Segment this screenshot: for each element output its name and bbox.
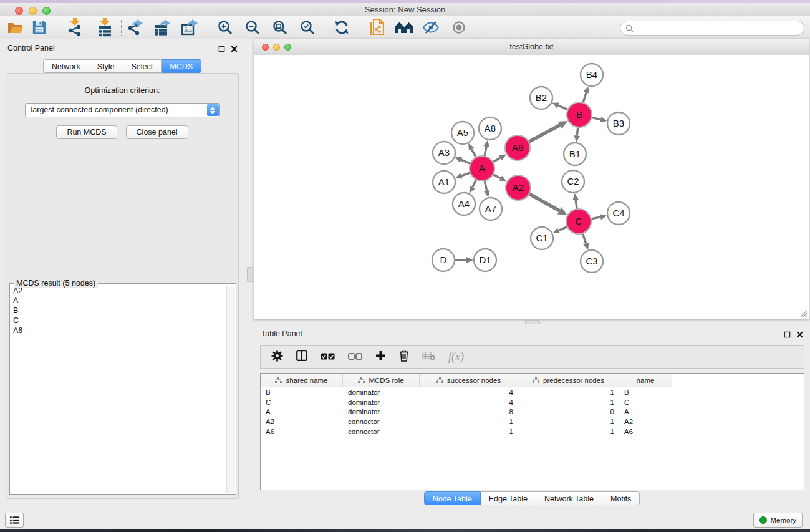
close-panel-button[interactable] (229, 44, 238, 53)
table-cell[interactable]: 1 (518, 399, 619, 406)
table-cell[interactable]: A2 (261, 418, 343, 425)
graph-edge-A-A6[interactable] (493, 155, 506, 162)
graph-node-A1[interactable]: A1 (433, 171, 455, 193)
close-panel-button-secondary[interactable]: Close panel (126, 125, 188, 139)
search-input[interactable] (636, 22, 804, 34)
refresh-button[interactable] (330, 18, 353, 37)
network-frame-titlebar[interactable]: testGlobe.txt (254, 39, 809, 56)
tab-network-table[interactable]: Network Table (536, 491, 602, 505)
graph-edge-A-A1[interactable] (455, 173, 470, 179)
table-cell[interactable]: A (619, 408, 672, 415)
table-cell[interactable]: 4 (420, 399, 518, 406)
float-table-panel-button[interactable] (783, 330, 791, 339)
graph-node-B[interactable]: B (567, 102, 592, 127)
graph-edge-B-B3[interactable] (592, 117, 607, 122)
graph-node-C[interactable]: C (566, 209, 591, 234)
table-cell[interactable]: connector (343, 418, 420, 425)
zoom-fit-button[interactable] (269, 18, 291, 37)
new-session-from-network-button[interactable] (366, 18, 388, 37)
add-column-button[interactable] (375, 351, 386, 364)
graph-edge-A-A2[interactable] (493, 174, 507, 181)
export-table-button[interactable] (152, 18, 174, 37)
mcds-result-item[interactable]: A2 (11, 286, 227, 296)
graph-node-A7[interactable]: A7 (480, 198, 502, 220)
open-session-button[interactable] (4, 18, 27, 37)
import-table-button[interactable] (94, 18, 116, 37)
graph-node-A6[interactable]: A6 (505, 135, 530, 160)
zoom-selected-button[interactable] (296, 18, 319, 37)
zoom-in-button[interactable] (214, 18, 236, 37)
graph-node-A2[interactable]: A2 (506, 175, 531, 200)
table-cell[interactable]: B (619, 389, 672, 396)
table-cell[interactable]: B (261, 389, 343, 396)
graph-node-B4[interactable]: B4 (581, 64, 603, 86)
graph-node-A3[interactable]: A3 (433, 142, 455, 164)
export-network-button[interactable] (125, 18, 147, 37)
function-builder-button[interactable]: f(x) (448, 351, 464, 364)
mcds-result-item[interactable]: C (11, 316, 227, 326)
graph-edge-C-C3[interactable] (582, 233, 589, 250)
graph-node-A4[interactable]: A4 (453, 193, 475, 215)
graph-edge-C-C1[interactable] (552, 226, 567, 233)
tab-select[interactable]: Select (123, 59, 162, 73)
graph-node-B3[interactable]: B3 (607, 112, 630, 135)
select-all-checkboxes-button[interactable] (321, 351, 335, 362)
mcds-result-scrollbar[interactable] (226, 286, 235, 493)
table-cell[interactable]: 4 (420, 389, 518, 396)
table-cell[interactable]: dominator (343, 399, 420, 406)
network-graph[interactable]: B4B2BB3A5A8A6B1A3AA1C2A2A4A7C4CC1C3DD1 (254, 55, 809, 319)
table-cell[interactable]: A6 (619, 428, 672, 435)
close-table-panel-button[interactable] (795, 330, 804, 339)
hide-details-button[interactable] (420, 18, 442, 37)
search-field[interactable] (620, 21, 804, 36)
table-cell[interactable]: dominator (343, 389, 420, 396)
run-mcds-button[interactable]: Run MCDS (56, 125, 117, 139)
mcds-result-item[interactable]: A (11, 296, 227, 306)
column-layout-button[interactable] (296, 350, 307, 364)
table-cell[interactable]: dominator (343, 408, 420, 415)
graph-edge-A-A8[interactable] (483, 140, 489, 157)
table-cell[interactable]: connector (343, 428, 420, 435)
table-cell[interactable]: 1 (420, 428, 518, 435)
table-cell[interactable]: 1 (420, 418, 518, 425)
tab-node-table[interactable]: Node Table (424, 491, 481, 505)
graph-edge-D-D1[interactable] (455, 257, 473, 263)
graph-edge-A-A3[interactable] (455, 157, 471, 164)
graph-node-C2[interactable]: C2 (562, 170, 584, 193)
graph-edge-C-C2[interactable] (572, 193, 578, 209)
import-network-button[interactable] (64, 18, 86, 37)
graph-node-C1[interactable]: C1 (531, 227, 553, 249)
graph-node-D1[interactable]: D1 (474, 249, 496, 271)
column-header-name[interactable]: name (619, 374, 672, 387)
table-cell[interactable]: 8 (420, 408, 518, 415)
table-cell[interactable]: 0 (518, 408, 619, 415)
optimization-criterion-dropdown[interactable]: largest connected component (directed) (25, 103, 220, 117)
mcds-result-item[interactable]: B (11, 306, 227, 316)
tab-network[interactable]: Network (43, 59, 89, 73)
table-cell[interactable]: A2 (619, 418, 672, 425)
table-cell[interactable]: C (261, 399, 343, 406)
graph-edge-A-A4[interactable] (470, 180, 476, 193)
memory-button[interactable]: Memory (753, 513, 803, 528)
table-cell[interactable]: A (261, 408, 343, 415)
graph-node-B2[interactable]: B2 (530, 87, 552, 109)
graph-node-D[interactable]: D (432, 249, 455, 271)
graph-node-C4[interactable]: C4 (607, 202, 630, 225)
export-image-button[interactable] (179, 18, 201, 37)
tab-mcds[interactable]: MCDS (162, 59, 201, 73)
table-cell[interactable]: 1 (518, 418, 619, 425)
column-header-predecessor-nodes[interactable]: predecessor nodes (518, 374, 619, 387)
status-list-button[interactable] (5, 513, 24, 528)
graph-edge-A-A5[interactable] (468, 143, 476, 158)
mcds-result-item[interactable]: A6 (11, 326, 227, 336)
graph-edge-A2-C[interactable] (529, 194, 567, 215)
graph-node-A8[interactable]: A8 (479, 117, 501, 140)
graph-node-A5[interactable]: A5 (451, 122, 474, 144)
save-session-button[interactable] (28, 18, 51, 37)
resize-grip-icon[interactable] (799, 309, 808, 317)
deselect-all-checkboxes-button[interactable] (348, 351, 362, 362)
table-cell[interactable]: 1 (518, 389, 619, 396)
table-cell[interactable]: 1 (518, 428, 619, 435)
table-cell[interactable]: C (619, 399, 672, 406)
graph-edge-B-B4[interactable] (583, 86, 589, 103)
